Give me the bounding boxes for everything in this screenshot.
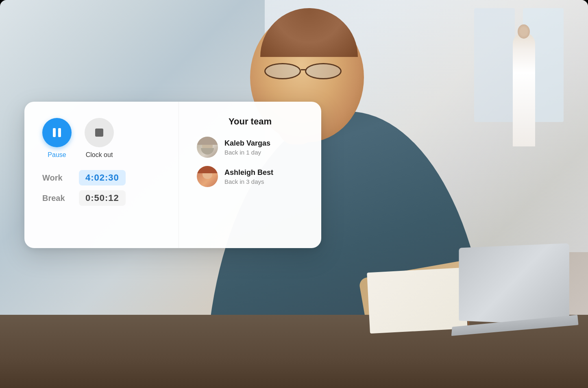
- team-title: Your team: [197, 116, 303, 127]
- glasses-right: [305, 63, 342, 79]
- work-time-value: 4:02:30: [79, 170, 126, 185]
- member-name-kaleb: Kaleb Vargas: [224, 139, 270, 148]
- clock-out-label: Clock out: [86, 151, 113, 159]
- team-member: Kaleb Vargas Back in 1 day: [197, 137, 303, 158]
- break-time-row: Break 0:50:12: [42, 190, 161, 206]
- member-name-ashleigh: Ashleigh Best: [224, 168, 273, 177]
- avatar-ashleigh: [197, 166, 218, 187]
- member-status-kaleb: Back in 1 day: [224, 149, 270, 156]
- member-status-ashleigh: Back in 3 days: [224, 178, 273, 185]
- glasses-bridge: [301, 69, 307, 70]
- pause-bar-right: [58, 128, 61, 137]
- widget-card: Pause Clock out Work 4:02:30 Break 0:50:…: [24, 102, 321, 248]
- clock-out-button[interactable]: [85, 118, 114, 147]
- clock-out-action[interactable]: Clock out: [85, 118, 114, 159]
- pause-icon: [53, 128, 61, 137]
- bg-person-head: [518, 24, 530, 39]
- stop-icon: [95, 129, 103, 137]
- pause-action[interactable]: Pause: [42, 118, 72, 159]
- notebook: [367, 268, 468, 334]
- pause-label: Pause: [48, 151, 66, 159]
- bg-person-silhouette: [513, 33, 535, 146]
- beard: [201, 148, 214, 155]
- work-time-row: Work 4:02:30: [42, 170, 161, 185]
- laptop-screen: [459, 243, 569, 325]
- member-info-ashleigh: Ashleigh Best Back in 3 days: [224, 168, 273, 185]
- break-label: Break: [42, 194, 71, 203]
- time-rows: Work 4:02:30 Break 0:50:12: [42, 170, 161, 206]
- team-list: Kaleb Vargas Back in 1 day Ashleigh Best…: [197, 137, 303, 187]
- glasses-left: [264, 63, 301, 79]
- work-label: Work: [42, 173, 71, 183]
- avatar-kaleb: [197, 137, 218, 158]
- member-info-kaleb: Kaleb Vargas Back in 1 day: [224, 139, 270, 156]
- pause-bar-left: [53, 128, 56, 137]
- break-time-value: 0:50:12: [79, 190, 126, 206]
- pause-button[interactable]: [42, 118, 72, 147]
- left-panel: Pause Clock out Work 4:02:30 Break 0:50:…: [24, 102, 179, 248]
- bg-window-pane-2: [474, 8, 515, 122]
- team-member: Ashleigh Best Back in 3 days: [197, 166, 303, 187]
- action-buttons-row: Pause Clock out: [42, 118, 161, 159]
- right-panel: Your team Kaleb Vargas Back in 1 day: [179, 102, 321, 248]
